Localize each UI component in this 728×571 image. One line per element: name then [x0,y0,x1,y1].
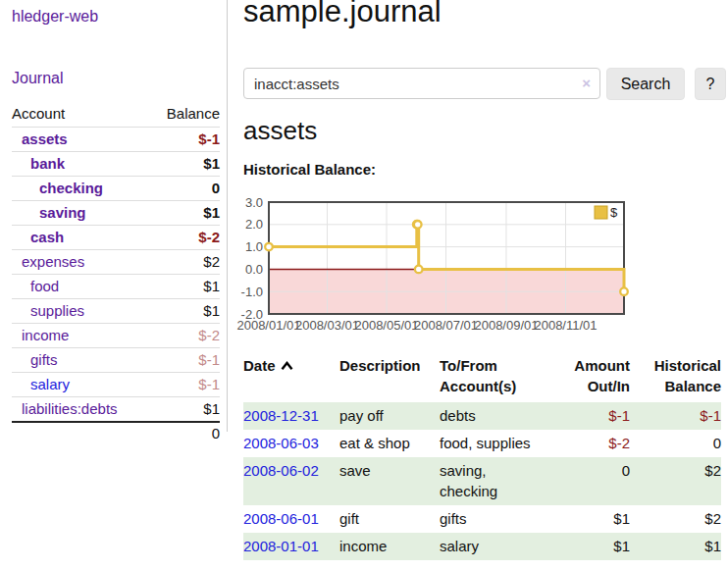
x-tick-label: 2008/11/01 [534,318,597,333]
sidebar-account-link[interactable]: liabilities:debts [22,400,118,417]
register-date-link[interactable]: 2008-06-01 [243,510,319,527]
register-balance-cell: 0 [630,430,721,457]
register-row[interactable]: 2008-01-01incomesalary$1$1 [243,533,721,560]
accounts-header-row: Account Balance [12,101,220,128]
app-brand-link[interactable]: hledger-web [12,8,98,26]
legend-swatch [595,206,607,219]
register-description-cell: eat & shop [339,430,440,457]
register-date-cell: 2008-12-31 [243,402,339,430]
register-header-date[interactable]: Date [243,353,339,402]
account-balance: $-2 [150,226,220,250]
account-row: supplies$1 [12,299,220,324]
account-row: income$-2 [12,324,220,348]
register-header-row: Date Description To/From Account(s) Amou… [243,353,721,402]
account-row: gifts$-1 [12,348,220,373]
sidebar-account-link[interactable]: supplies [30,302,84,319]
register-accounts-cell: food, supplies [440,430,549,457]
page-title: sample.journal [243,0,442,29]
register-accounts-cell: gifts [440,505,549,533]
account-balance: $-1 [150,348,220,373]
register-row[interactable]: 2008-06-01giftgifts$1$2 [243,505,721,533]
register-date-link[interactable]: 2008-01-01 [243,538,319,554]
account-balance: 0 [150,177,220,201]
account-row: bank$1 [12,152,220,177]
register-header-accounts: To/From Account(s) [440,353,549,402]
register-amount-cell: 0 [549,457,630,505]
chart-title: Historical Balance: [243,161,376,178]
account-row: liabilities:debts$1 [12,397,220,423]
sidebar-account-link[interactable]: income [22,327,69,343]
register-row[interactable]: 2008-06-02savesaving, checking0$2 [243,457,721,505]
account-balance: $1 [150,201,220,226]
x-tick-label: 2008/07/01 [414,318,478,333]
sidebar-account-link[interactable]: gifts [30,351,58,368]
accounts-header-balance: Balance [150,101,220,128]
sidebar-account-link[interactable]: food [30,278,59,294]
accounts-table: Account Balance assets$-1bank$1checking0… [12,101,220,445]
x-tick-label: 2008/01/01 [236,318,300,333]
accounts-total-row: 0 [12,422,220,445]
register-date-cell: 2008-06-02 [243,457,339,505]
register-row[interactable]: 2008-12-31pay offdebts$-1$-1 [243,402,721,430]
register-description-cell: save [339,457,440,505]
sidebar-account-link[interactable]: expenses [22,253,84,270]
sort-ascending-icon [281,361,293,371]
register-amount-cell: $1 [549,533,630,560]
account-row: salary$-1 [12,373,220,397]
register-amount-cell: $-2 [549,430,630,457]
x-tick-label: 2008/09/01 [474,318,538,333]
x-tick-label: 2008/03/01 [295,318,359,333]
account-row: assets$-1 [12,128,220,152]
data-point[interactable] [265,243,273,251]
account-balance: $1 [150,275,220,299]
register-date-link[interactable]: 2008-06-02 [243,462,319,479]
account-row: checking0 [12,177,220,201]
sidebar-journal-link[interactable]: Journal [12,70,63,87]
accounts-total-value: 0 [150,422,220,445]
register-table: Date Description To/From Account(s) Amou… [243,353,721,560]
help-button[interactable]: ? [695,68,726,100]
account-heading: assets [243,116,317,146]
account-row: saving$1 [12,201,220,226]
register-row[interactable]: 2008-06-03eat & shopfood, supplies$-20 [243,430,721,457]
account-balance: $1 [150,299,220,324]
sidebar-account-link[interactable]: assets [22,130,68,147]
data-point[interactable] [414,221,422,229]
search-button[interactable]: Search [606,68,685,100]
clear-search-icon[interactable]: × [582,75,591,92]
y-tick-label: -1.0 [241,285,263,299]
sidebar-account-link[interactable]: saving [39,204,86,221]
register-header-balance: Historical Balance [630,353,721,402]
register-balance-cell: $2 [630,505,721,533]
account-row: food$1 [12,275,220,299]
sidebar-account-link[interactable]: bank [30,155,65,172]
y-tick-label: 1.0 [245,239,263,254]
register-amount-cell: $1 [549,505,630,533]
register-balance-cell: $2 [630,457,721,505]
register-balance-cell: $1 [630,533,721,560]
sidebar-account-link[interactable]: checking [39,180,103,196]
register-date-link[interactable]: 2008-06-03 [243,435,319,451]
data-point[interactable] [415,266,423,274]
sidebar-account-link[interactable]: cash [30,229,64,245]
account-balance: $1 [150,397,220,423]
account-balance: $-2 [150,324,220,348]
accounts-header-account: Account [12,101,150,128]
register-date-cell: 2008-01-01 [243,533,339,560]
register-description-cell: gift [339,505,440,533]
account-row: cash$-2 [12,226,220,250]
account-row: expenses$2 [12,250,220,275]
account-balance: $1 [150,152,220,177]
register-accounts-cell: debts [440,402,549,430]
historical-balance-chart[interactable]: $3.02.01.00.0-1.0-2.02008/01/012008/03/0… [235,196,728,341]
account-balance: $-1 [150,128,220,152]
register-balance-cell: $-1 [630,402,721,430]
data-point[interactable] [620,287,628,295]
legend-label: $ [610,205,618,220]
register-date-link[interactable]: 2008-12-31 [243,407,319,424]
account-balance: $2 [150,250,220,275]
account-balance: $-1 [150,373,220,397]
search-input[interactable] [243,68,600,99]
y-tick-label: 3.0 [245,196,263,210]
sidebar-account-link[interactable]: salary [30,376,70,392]
